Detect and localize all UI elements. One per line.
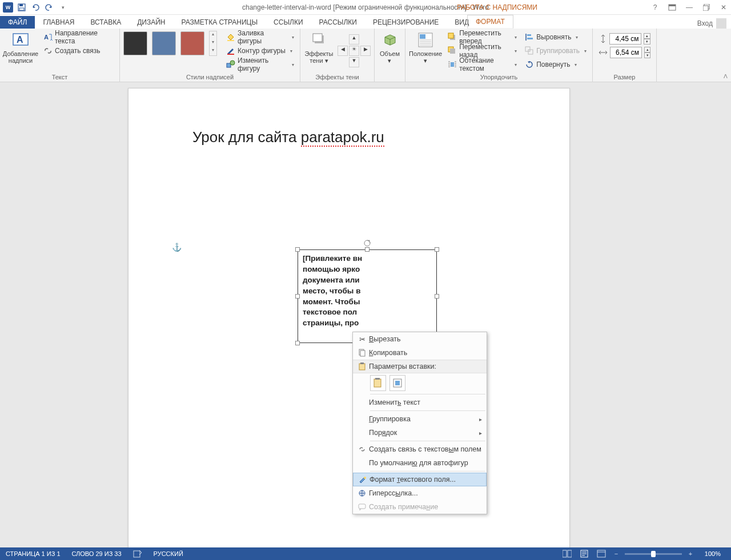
tab-review[interactable]: РЕЦЕНЗИРОВАНИЕ [365, 16, 447, 29]
change-shape-button[interactable]: Изменить фигуру [224, 58, 296, 71]
close-button[interactable]: ✕ [718, 2, 729, 13]
view-read-mode[interactable] [561, 549, 573, 559]
ctx-edit-text[interactable]: Изменить текст [353, 396, 487, 409]
shadow-effects-button[interactable]: Эффекты тени ▾ [304, 31, 334, 64]
view-print-layout[interactable] [578, 549, 591, 559]
width-input[interactable] [610, 47, 642, 58]
style-scroll-down[interactable]: ▾ [210, 39, 216, 47]
sign-in[interactable]: Вход [697, 18, 726, 29]
textbox-selection[interactable]: [Привлеките вн помощью ярко документа ил… [298, 249, 437, 343]
resize-handle-l[interactable] [295, 294, 300, 299]
paste-option-1[interactable] [370, 375, 386, 391]
save-button[interactable] [16, 2, 27, 13]
clipboard-icon [355, 362, 369, 370]
ctx-create-link[interactable]: Создать связь с текстовым полем [353, 442, 487, 456]
shape-style-1[interactable] [123, 31, 147, 55]
zoom-out-button[interactable]: − [612, 550, 620, 557]
anchor-icon: ⚓ [172, 243, 182, 252]
tab-page-layout[interactable]: РАЗМЕТКА СТРАНИЦЫ [174, 16, 266, 29]
zoom-level[interactable]: 100% [699, 550, 726, 557]
nudge-shadow-down[interactable]: ▼ [349, 57, 359, 67]
tab-mailings[interactable]: РАССЫЛКИ [311, 16, 365, 29]
status-words[interactable]: Слово 29 из 33 [66, 550, 127, 557]
status-page[interactable]: Страница 1 из 1 [0, 550, 66, 557]
nudge-shadow-up[interactable]: ▲ [349, 34, 359, 45]
shape-style-2[interactable] [152, 31, 176, 55]
site-name: paratapok.ru [301, 128, 384, 147]
group-shape-styles: ▴ ▾ ▾ Заливка фигуры Контур фигуры Измен… [120, 29, 300, 82]
ribbon: A Добавление надписи A Направление текст… [0, 29, 731, 82]
ribbon-display-options[interactable] [667, 2, 677, 13]
width-down[interactable]: ▾ [644, 53, 650, 58]
resize-handle-r[interactable] [435, 294, 439, 299]
restore-button[interactable] [701, 2, 712, 13]
ctx-default-autoshape[interactable]: По умолчанию для автофигур [353, 456, 487, 470]
send-backward-button[interactable]: Переместить назад [445, 45, 519, 57]
redo-button[interactable] [43, 2, 55, 13]
group-button[interactable]: Группировать [523, 45, 589, 57]
align-icon [525, 33, 534, 42]
resize-handle-bl[interactable] [295, 341, 300, 345]
add-textbox-button[interactable]: A Добавление надписи [3, 31, 38, 64]
position-button[interactable]: Положение▾ [409, 31, 442, 64]
shape-outline-button[interactable]: Контур фигуры [224, 45, 296, 57]
height-down[interactable]: ▾ [644, 39, 650, 45]
page[interactable]: Урок для сайта paratapok.ru ⚓ [Привлекит… [128, 88, 570, 547]
shape-fill-button[interactable]: Заливка фигуры [224, 31, 296, 43]
tab-insert[interactable]: ВСТАВКА [82, 16, 129, 29]
style-scroll-up[interactable]: ▴ [210, 31, 216, 39]
ctx-hyperlink[interactable]: Гиперссылка... [353, 486, 487, 500]
wrap-text-button[interactable]: Обтекание текстом [445, 58, 519, 71]
text-direction-button[interactable]: A Направление текста [41, 31, 116, 43]
ctx-order[interactable]: Порядок [353, 426, 487, 440]
svg-text:A: A [44, 34, 49, 41]
ctx-cut[interactable]: ✂ Вырезать [353, 332, 487, 346]
window-title: change-letter-interval-in-word [Режим ог… [242, 3, 489, 11]
minimize-button[interactable]: — [684, 2, 694, 13]
paste-option-2[interactable] [389, 375, 405, 391]
resize-handle-t[interactable] [365, 247, 369, 252]
rotate-handle[interactable] [363, 239, 371, 247]
textbox-content[interactable]: [Привлеките вн помощью ярко документа ил… [298, 249, 437, 343]
nudge-shadow-right[interactable]: ▶ [360, 46, 371, 56]
tab-file[interactable]: ФАЙЛ [0, 16, 35, 29]
shadow-toggle[interactable]: ☀ [349, 46, 359, 56]
view-web-layout[interactable] [595, 549, 608, 559]
height-input[interactable] [609, 33, 641, 45]
create-link-button[interactable]: Создать связь [41, 45, 116, 57]
zoom-slider[interactable] [625, 553, 682, 555]
zoom-in-button[interactable]: + [686, 550, 694, 557]
zoom-thumb[interactable] [651, 551, 656, 557]
style-gallery-more[interactable]: ▾ [210, 47, 216, 55]
shape-style-3[interactable] [180, 31, 204, 55]
status-proofing[interactable] [127, 550, 148, 558]
ctx-copy[interactable]: Копировать [353, 346, 487, 360]
ctx-grouping[interactable]: Группировка [353, 412, 487, 426]
resize-handle-tl[interactable] [295, 247, 300, 252]
resize-handle-tr[interactable] [435, 247, 439, 252]
tab-references[interactable]: ССЫЛКИ [266, 16, 311, 29]
svg-rect-22 [451, 62, 454, 67]
svg-rect-4 [669, 5, 676, 6]
ctx-format-textbox[interactable]: Формат текстового поля... [353, 473, 487, 486]
app-icon[interactable]: W [2, 2, 14, 13]
bring-forward-button[interactable]: Переместить вперед [445, 31, 519, 43]
help-button[interactable]: ? [650, 2, 660, 13]
width-up[interactable]: ▴ [644, 47, 650, 53]
align-button[interactable]: Выровнять [523, 31, 589, 43]
rotate-button[interactable]: Повернуть [523, 58, 589, 71]
status-language[interactable]: Русский [148, 550, 189, 557]
tab-design[interactable]: ДИЗАЙН [129, 16, 173, 29]
qat-customize[interactable]: ▾ [57, 2, 69, 13]
svg-rect-21 [450, 49, 455, 54]
tab-home[interactable]: ГЛАВНАЯ [35, 16, 82, 29]
cube-icon [381, 31, 399, 49]
position-icon [416, 31, 435, 49]
3d-effects-button[interactable]: Объем▾ [378, 31, 401, 64]
collapse-ribbon-button[interactable]: ᐱ [724, 73, 728, 79]
height-up[interactable]: ▴ [644, 33, 650, 39]
nudge-shadow-left[interactable]: ◀ [338, 46, 348, 56]
undo-button[interactable] [30, 2, 41, 13]
svg-rect-35 [395, 381, 400, 385]
tab-format[interactable]: ФОРМАТ [467, 15, 513, 29]
